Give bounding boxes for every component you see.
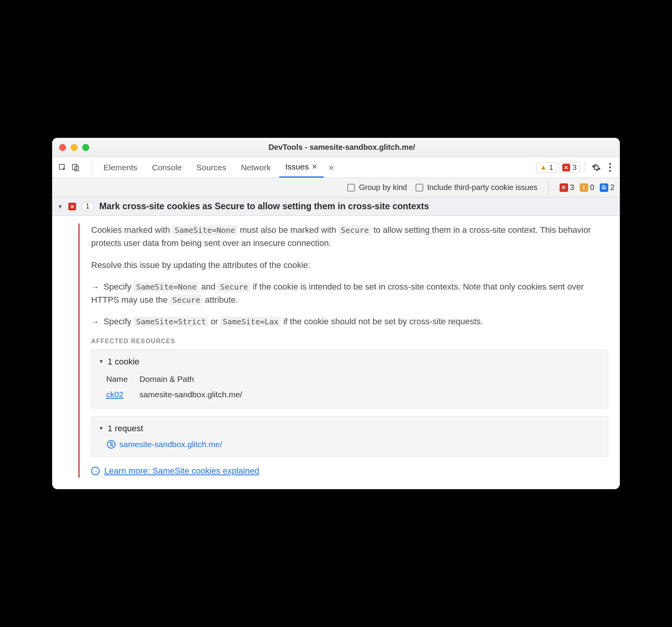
arrow-icon: → [91,317,99,326]
col-domain: Domain & Path [139,371,254,387]
more-tabs-icon[interactable]: » [326,163,336,173]
tab-issues[interactable]: Issues ✕ [279,157,324,178]
header-text: 1 request [108,422,143,435]
titlebar: DevTools - samesite-sandbox.glitch.me/ [52,138,620,157]
settings-icon[interactable] [590,161,603,174]
checkbox-label: Include third-party cookie issues [427,183,538,192]
zoom-window-button[interactable] [82,144,89,151]
request-icon: ⇅ [107,440,115,449]
expand-icon: ▼ [98,358,104,366]
tab-console[interactable]: Console [146,157,188,178]
error-icon [68,203,76,210]
checkbox-icon [416,184,423,191]
cookies-table: Name Domain & Path ck02 samesite-sandbox… [106,371,254,403]
code: SameSite=None [172,225,238,235]
code: SameSite=None [134,282,199,292]
code: SameSite=Lax [221,317,281,327]
tab-label: Sources [197,163,226,172]
error-filter[interactable]: 3 [560,183,574,192]
count: 0 [590,183,594,192]
request-link[interactable]: samesite-sandbox.glitch.me/ [119,438,222,451]
warning-icon: ▲ [540,163,547,171]
code: Secure [170,295,202,305]
issues-toolbar: Group by kind Include third-party cookie… [52,178,620,197]
info-filter[interactable]: 2 [600,183,614,192]
count: 2 [610,183,614,192]
issue-title: Mark cross-site cookies as Secure to all… [99,201,429,212]
tab-elements[interactable]: Elements [97,157,144,178]
issue-body: Cookies marked with SameSite=None must a… [52,216,620,489]
warning-count: 1 [549,163,553,172]
issue-count-pill: 1 [81,202,94,211]
window-title: DevTools - samesite-sandbox.glitch.me/ [94,143,590,152]
info-icon [600,183,608,192]
col-name: Name [106,371,139,387]
affected-cookies-box: ▼ 1 cookie Name Domain & Path ck02 sames… [91,349,608,408]
device-toolbar-icon[interactable] [71,163,81,173]
count: 3 [570,183,574,192]
learn-more-text: Learn more: SameSite cookies explained [104,464,259,478]
include-third-party-checkbox[interactable]: Include third-party cookie issues [416,183,538,192]
checkbox-icon [347,184,355,191]
warnings-badge[interactable]: ▲ 1 [536,162,557,173]
tab-label: Issues [285,162,309,171]
severity-bar [78,224,80,477]
expand-icon: ▼ [58,203,63,210]
tab-label: Elements [104,163,137,172]
tab-network[interactable]: Network [235,157,277,178]
cookie-domain: samesite-sandbox.glitch.me/ [139,387,254,403]
issue-bullet: → Specify SameSite=None and Secure if th… [91,280,608,307]
cookies-header[interactable]: ▼ 1 cookie [98,355,601,368]
tab-sources[interactable]: Sources [190,157,232,178]
traffic-lights [59,144,89,151]
inspect-element-icon[interactable] [58,163,68,173]
issue-resolve-intro: Resolve this issue by updating the attri… [91,259,608,272]
code: SameSite=Strict [134,317,208,327]
arrow-icon: → [91,283,99,291]
error-icon [562,164,570,171]
errors-badge[interactable]: 3 [559,162,580,173]
code: Secure [339,225,371,235]
close-window-button[interactable] [59,144,66,151]
warning-filter[interactable]: 0 [580,183,594,192]
error-count: 3 [572,163,577,172]
kebab-menu-icon[interactable] [605,163,614,172]
learn-more-link[interactable]: → Learn more: SameSite cookies explained [91,464,608,478]
minimize-window-button[interactable] [71,144,78,151]
cookie-name-link[interactable]: ck02 [106,390,123,399]
issue-bullet: → Specify SameSite=Strict or SameSite=La… [91,315,608,328]
arrow-right-circle-icon: → [91,467,100,475]
tab-label: Console [152,163,182,172]
affected-resources-label: AFFECTED RESOURCES [91,337,608,346]
header-text: 1 cookie [108,355,139,368]
divider [585,162,585,173]
warning-icon [580,183,588,192]
main-tabs: Elements Console Sources Network Issues … [52,157,620,178]
requests-header[interactable]: ▼ 1 request [98,422,601,435]
affected-requests-box: ▼ 1 request ⇅ samesite-sandbox.glitch.me… [91,416,608,457]
code: Secure [218,282,250,292]
divider [92,162,93,173]
expand-icon: ▼ [98,424,104,433]
checkbox-label: Group by kind [359,183,407,192]
divider [548,182,549,193]
devtools-window: DevTools - samesite-sandbox.glitch.me/ E… [52,138,620,489]
table-row: ck02 samesite-sandbox.glitch.me/ [106,387,254,403]
close-tab-icon[interactable]: ✕ [312,163,317,171]
request-row[interactable]: ⇅ samesite-sandbox.glitch.me/ [107,438,601,451]
issue-header[interactable]: ▼ 1 Mark cross-site cookies as Secure to… [52,197,620,216]
group-by-kind-checkbox[interactable]: Group by kind [347,183,407,192]
error-icon [560,183,568,192]
tab-label: Network [241,163,271,172]
issue-description: Cookies marked with SameSite=None must a… [91,224,608,250]
